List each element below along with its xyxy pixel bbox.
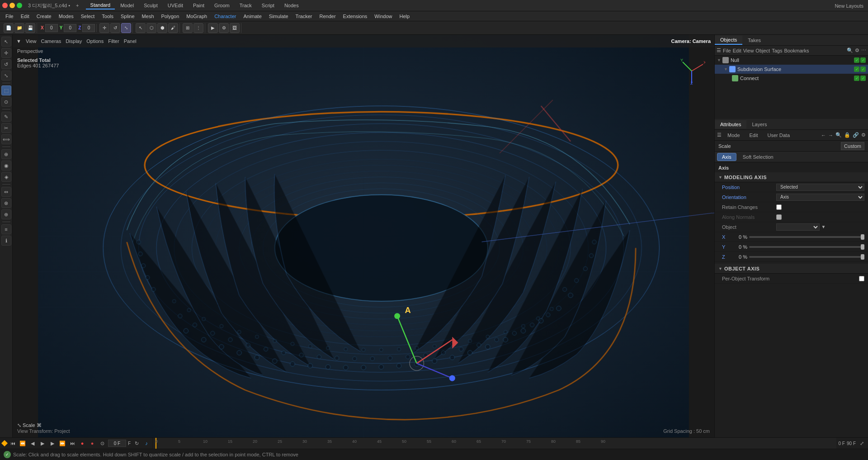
obj-toolbar-edit[interactable]: Edit: [733, 48, 741, 53]
along-normals-checkbox[interactable]: [776, 214, 782, 220]
mode-tab-softsel[interactable]: Soft Selection: [738, 153, 778, 161]
lt-ironfill-button[interactable]: ◈: [1, 172, 11, 182]
toolbar-snap-button[interactable]: ⊞: [183, 23, 193, 33]
menu-animate[interactable]: Animate: [240, 13, 264, 20]
attr-lock-btn[interactable]: 🔒: [844, 132, 850, 138]
menu-tracker[interactable]: Tracker: [292, 13, 316, 20]
lt-axis-button[interactable]: ⊕: [1, 209, 11, 219]
attr-tab-edit[interactable]: Edit: [746, 132, 762, 139]
vp-menu-filter[interactable]: Filter: [108, 38, 119, 44]
vp-menu-display[interactable]: Display: [66, 38, 82, 44]
per-object-checkbox[interactable]: [859, 276, 864, 281]
tab-attributes[interactable]: Attributes: [715, 120, 746, 128]
tab-script[interactable]: Script: [257, 2, 279, 9]
lt-scale-button[interactable]: ⤡: [1, 71, 11, 81]
x-slider[interactable]: [749, 236, 864, 238]
coord-x-input[interactable]: [45, 24, 58, 32]
lt-rotate-button[interactable]: ↺: [1, 59, 11, 69]
toolbar-scale-button[interactable]: ⤡: [121, 23, 131, 33]
y-slider[interactable]: [749, 246, 864, 248]
lt-selection-button[interactable]: ⬚: [1, 85, 11, 95]
object-dropdown[interactable]: [776, 223, 820, 231]
tab-standard[interactable]: Standard: [86, 1, 115, 9]
tl-expand-btn[interactable]: ⤢: [858, 439, 866, 447]
menu-create[interactable]: Create: [33, 13, 55, 20]
subdivsurf-vis-editor[interactable]: ✓: [854, 66, 859, 72]
obj-toolbar-search[interactable]: 🔍: [847, 47, 853, 53]
tl-record-button[interactable]: ●: [78, 439, 86, 447]
menu-simulate[interactable]: Simulate: [266, 13, 292, 20]
tl-autokey-button[interactable]: ●: [88, 439, 96, 447]
custom-dropdown[interactable]: Custom: [841, 142, 864, 150]
menu-modes[interactable]: Modes: [56, 13, 77, 20]
tab-uvedit[interactable]: UVEdit: [163, 2, 188, 9]
tl-preview-button[interactable]: ⊙: [98, 439, 106, 447]
tab-paint[interactable]: Paint: [189, 2, 209, 9]
y-slider-thumb[interactable]: [861, 244, 864, 250]
toolbar-open-button[interactable]: 📁: [14, 23, 24, 33]
tl-next-frame-button[interactable]: ⏩: [58, 439, 66, 447]
tl-next-key-button[interactable]: ▶: [48, 439, 57, 447]
menu-help[interactable]: Help: [396, 13, 413, 20]
vp-menu-view[interactable]: View: [26, 38, 37, 44]
toolbar-polygon-select-button[interactable]: ⬢: [157, 23, 167, 33]
obj-toolbar-tags[interactable]: Tags: [772, 48, 782, 53]
subdivsurf-vis-render[interactable]: ✓: [860, 66, 866, 72]
window-maximize-button[interactable]: [17, 3, 22, 8]
window-controls[interactable]: [0, 3, 24, 8]
position-dropdown[interactable]: Selected Origin Bounding Box: [776, 184, 864, 191]
menu-spline[interactable]: Spline: [118, 13, 138, 20]
menu-edit[interactable]: Edit: [18, 13, 33, 20]
menu-character[interactable]: Character: [211, 13, 239, 20]
attr-search-btn[interactable]: 🔍: [835, 132, 842, 138]
modeling-axis-header[interactable]: ▼ MODELING AXIS: [715, 172, 868, 182]
tab-takes[interactable]: Takes: [742, 36, 766, 44]
menu-polygon[interactable]: Polygon: [158, 13, 183, 20]
vp-menu-cameras[interactable]: Cameras: [41, 38, 61, 44]
toolbar-new-button[interactable]: 📄: [4, 23, 14, 33]
menu-mograph[interactable]: MoGraph: [183, 13, 210, 20]
obj-item-null[interactable]: ▼ Null ✓ ✓: [715, 56, 868, 65]
viewport[interactable]: ▼ View Cameras Display Options Filter Pa…: [13, 35, 714, 437]
attr-link-btn[interactable]: 🔗: [853, 132, 859, 138]
tl-play-button[interactable]: ▶: [38, 439, 47, 447]
coord-z-input[interactable]: [82, 24, 95, 32]
tl-audio-button[interactable]: ♪: [142, 439, 151, 447]
vp-menu-panel[interactable]: Panel: [124, 38, 137, 44]
obj-toolbar-view[interactable]: View: [743, 48, 754, 53]
attr-forward-btn[interactable]: →: [828, 133, 833, 138]
toolbar-save-button[interactable]: 💾: [25, 23, 35, 33]
lt-cursor-button[interactable]: ↖: [1, 37, 11, 47]
attr-back-btn[interactable]: ←: [821, 133, 826, 138]
lt-info-button[interactable]: ℹ: [1, 236, 11, 246]
tab-track[interactable]: Track: [235, 2, 256, 9]
tl-loop-button[interactable]: ↻: [132, 439, 141, 447]
menu-window[interactable]: Window: [371, 13, 395, 20]
lt-liveselect-button[interactable]: ⊙: [1, 97, 11, 107]
lt-knife-button[interactable]: ✂: [1, 123, 11, 133]
lt-move-button[interactable]: ✛: [1, 48, 11, 58]
vp-menu-options[interactable]: Options: [86, 38, 104, 44]
tab-objects[interactable]: Objects: [715, 36, 742, 45]
obj-toolbar-file[interactable]: File: [723, 48, 731, 53]
toolbar-paint-select-button[interactable]: 🖌: [168, 23, 178, 33]
tl-skip-end-button[interactable]: ⏭: [68, 439, 76, 447]
coord-y-input[interactable]: [64, 24, 76, 32]
vp-menu-toggle[interactable]: ▼: [16, 38, 21, 44]
object-arrow[interactable]: ▼: [821, 224, 826, 229]
obj-toolbar-settings[interactable]: ⚙: [855, 47, 859, 53]
tab-groom[interactable]: Groom: [210, 2, 234, 9]
add-tab-button[interactable]: +: [74, 3, 81, 8]
connect-vis-render[interactable]: ✓: [860, 76, 866, 81]
lt-softsel-button[interactable]: ◉: [1, 161, 11, 171]
obj-toolbar-hamburger[interactable]: ☰: [717, 47, 721, 53]
obj-toolbar-object[interactable]: Object: [755, 48, 770, 53]
object-axis-header[interactable]: ▼ OBJECT AXIS: [715, 264, 868, 274]
z-slider-thumb[interactable]: [861, 254, 864, 260]
connect-vis-editor[interactable]: ✓: [854, 76, 859, 81]
menu-select[interactable]: Select: [78, 13, 98, 20]
attr-tab-mode[interactable]: Mode: [724, 132, 744, 139]
toolbar-lasso-button[interactable]: ⬡: [146, 23, 156, 33]
tl-skip-start-button[interactable]: ⏮: [9, 439, 17, 447]
lt-snap-button[interactable]: ⊗: [1, 198, 11, 208]
